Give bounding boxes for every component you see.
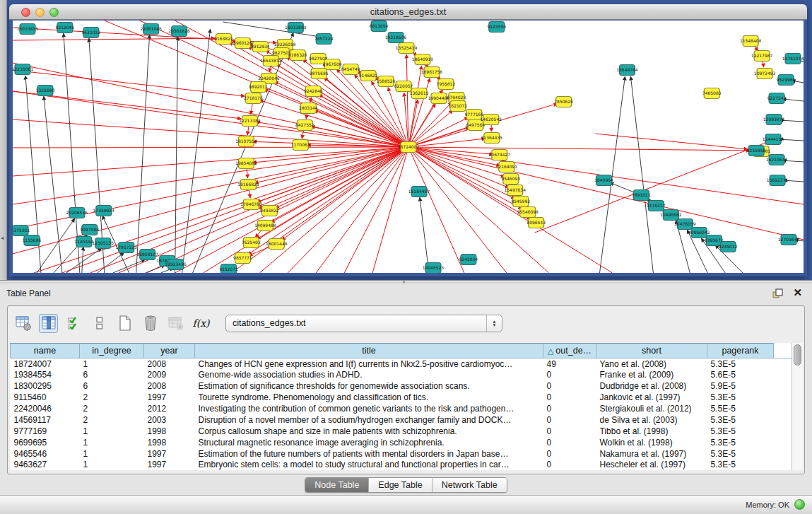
column-header-title[interactable]: title [195, 344, 543, 358]
citing-node[interactable]: 8312045 [56, 23, 75, 33]
collapsed-control-panel-strip[interactable]: ◂ [0, 0, 7, 280]
cited-node[interactable]: 18640910 [412, 54, 434, 65]
cited-node[interactable]: 8912934 [251, 42, 270, 52]
network-canvas[interactable]: 1872400791638228960128891293423226058982… [13, 21, 804, 273]
cited-node[interactable]: 9146821 [359, 71, 378, 81]
cited-node[interactable]: 19854082 [235, 158, 257, 169]
float-window-icon[interactable] [772, 288, 784, 300]
citing-node[interactable]: 9245012 [719, 242, 738, 252]
citing-node[interactable]: 16210643 [766, 155, 788, 165]
citing-node[interactable]: 9631023 [81, 28, 100, 38]
select-all-functions-button[interactable] [64, 314, 83, 333]
cited-node[interactable]: 12164091 [496, 162, 518, 173]
cited-node[interactable]: 8545992 [511, 197, 530, 207]
tab-edge-table[interactable]: Edge Table [369, 478, 432, 492]
cited-node[interactable]: 8096543 [526, 218, 546, 228]
cited-node[interactable]: 8427552 [295, 120, 314, 131]
citing-node[interactable]: 1145194 [75, 237, 94, 247]
zoom-traffic-light[interactable] [49, 8, 59, 17]
citing-node[interactable]: 18045523 [423, 263, 445, 274]
scrollbar-thumb[interactable] [794, 344, 801, 366]
cited-node[interactable]: 19166825 [237, 180, 259, 190]
cited-node[interactable]: 1170063 [291, 140, 310, 151]
citing-node[interactable]: 8813054 [370, 21, 389, 32]
cited-node[interactable]: 7485083 [702, 88, 722, 99]
table-row[interactable]: 969969511998Structural magnetic resonanc… [11, 437, 792, 448]
column-header-out_degree[interactable]: △out_de… [543, 344, 596, 358]
citing-node[interactable]: 12703645 [778, 235, 800, 245]
citing-node[interactable]: 12093872 [763, 115, 785, 125]
cited-node[interactable]: 9892011 [249, 82, 268, 93]
column-header-name[interactable]: name [11, 344, 80, 358]
citing-node[interactable]: 12923486 [165, 259, 187, 270]
table-row[interactable]: 2242004622012Investigating the contribut… [11, 403, 792, 414]
select-columns-button[interactable] [39, 314, 58, 333]
citing-node[interactable]: 1640954 [594, 175, 613, 186]
cited-node[interactable]: 11548408 [740, 36, 762, 47]
cited-node[interactable]: 9857771 [233, 253, 252, 264]
table-selector-dropdown[interactable]: citations_edges.txt ▲▼ [225, 315, 502, 332]
citing-node[interactable]: 17359924 [93, 206, 115, 216]
cited-node[interactable]: 8454749 [341, 64, 360, 75]
citing-node[interactable]: 9529966 [777, 75, 796, 86]
vertical-scrollbar[interactable] [792, 343, 803, 470]
cited-node[interactable]: 15497034 [505, 185, 526, 196]
citing-node[interactable]: 7891011 [632, 190, 651, 201]
citing-node[interactable]: 9552071 [219, 264, 238, 274]
citing-node[interactable]: 8215958 [747, 146, 766, 156]
cited-node[interactable]: 14099488 [254, 221, 276, 231]
cited-node[interactable]: 12213389 [239, 116, 261, 127]
cited-node[interactable]: 14620541 [481, 115, 502, 125]
citing-node[interactable]: 1375051 [13, 226, 30, 236]
cited-node[interactable]: 7850629 [554, 97, 573, 107]
column-header-pagerank[interactable]: pagerank [707, 344, 774, 358]
cited-node[interactable]: 7625402 [242, 238, 261, 248]
minimize-traffic-light[interactable] [35, 8, 45, 17]
citing-node[interactable]: 1325680 [36, 86, 55, 96]
column-header-year[interactable]: year [144, 344, 195, 358]
close-panel-icon[interactable]: ✕ [793, 286, 802, 299]
cited-node[interactable]: 1621072 [449, 101, 468, 112]
table-row[interactable]: 946362711997Embryonic stem cells: a mode… [11, 460, 792, 471]
cited-node[interactable]: 9546093 [501, 174, 520, 185]
cited-node[interactable]: 9163822 [214, 34, 233, 45]
citing-node[interactable]: 16958107 [136, 250, 158, 260]
citing-node[interactable]: 20206536 [66, 208, 88, 218]
cited-node[interactable]: 18107554 [235, 136, 257, 147]
citing-node[interactable]: 17957223 [115, 243, 137, 253]
citing-node[interactable]: 15751074 [782, 54, 804, 64]
cited-node[interactable]: 9875685 [310, 69, 329, 79]
citing-node[interactable]: 19218506 [385, 33, 407, 43]
column-header-in_degree[interactable]: in_degree [80, 344, 144, 358]
citing-node[interactable]: 1115686 [23, 235, 42, 246]
table-row[interactable]: 977716911998Corpus callosum shape and si… [11, 426, 792, 437]
cited-node[interactable]: 7955812 [437, 79, 456, 90]
citing-node[interactable]: 22081045 [140, 24, 162, 35]
node-layer[interactable]: 1872400791638228960128891293423226058982… [13, 21, 804, 274]
citing-node[interactable]: 12235061 [13, 64, 33, 75]
table-settings-button[interactable] [13, 314, 33, 333]
table-row[interactable]: 1830029562008Estimation of significance … [11, 380, 792, 392]
cited-node[interactable]: 16543812 [260, 56, 282, 66]
cited-node[interactable]: 8186328 [288, 50, 307, 61]
tab-network-table[interactable]: Network Table [433, 478, 507, 492]
citing-node[interactable]: 16033809 [285, 23, 307, 33]
column-header-short[interactable]: short [596, 344, 707, 358]
cited-node[interactable]: 2967608 [323, 59, 342, 70]
citing-node[interactable]: 15692371 [767, 175, 789, 186]
cited-node[interactable]: 10973493 [754, 69, 776, 79]
cited-node[interactable]: 17046788 [240, 199, 262, 210]
citing-node[interactable]: 12444154 [763, 134, 784, 145]
table-row[interactable]: 1456911722003Disruption of a novel membe… [11, 414, 792, 426]
table-row[interactable]: 911546021997Tourette syndrome. Phenomeno… [11, 392, 792, 403]
close-traffic-light[interactable] [21, 8, 30, 17]
citing-node[interactable]: 9176217 [647, 201, 666, 211]
citing-node[interactable]: 12505135 [93, 238, 114, 249]
citing-node[interactable]: 20301826 [168, 26, 190, 37]
cited-node[interactable]: 16001448 [266, 239, 288, 250]
cited-node[interactable]: 15546098 [517, 207, 539, 218]
citing-node[interactable]: 9227342 [767, 93, 787, 104]
new-table-button[interactable] [115, 314, 134, 333]
cited-node[interactable]: 9493822 [260, 206, 279, 216]
panel-expand-arrow-icon[interactable]: ◂ [1, 235, 4, 241]
